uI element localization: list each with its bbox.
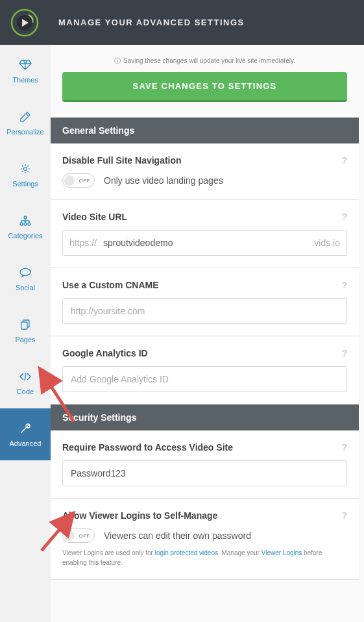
sitemap-icon — [19, 214, 32, 228]
section-header-security: Security Settings — [51, 404, 359, 430]
sidebar-label: Categories — [8, 232, 42, 240]
toggle-self-manage[interactable]: OFF — [62, 529, 95, 543]
svg-point-7 — [20, 269, 30, 276]
section-header-general: General Settings — [51, 118, 359, 143]
sidebar-label: Pages — [15, 336, 35, 343]
field-label: Video Site URL — [62, 212, 127, 222]
chat-icon — [19, 266, 32, 280]
save-button[interactable]: SAVE CHANGES TO SETTINGS — [62, 72, 347, 102]
sidebar: Themes Personalize Settings Categories S… — [0, 45, 51, 622]
svg-point-3 — [24, 216, 27, 219]
url-suffix: .vids.io — [305, 230, 346, 255]
sidebar-item-code[interactable]: Code — [0, 356, 51, 408]
help-icon[interactable]: ? — [341, 442, 347, 453]
content-area[interactable]: Saving these changes will update your li… — [51, 45, 364, 622]
sidebar-item-personalize[interactable]: Personalize — [0, 97, 51, 149]
link-viewer-logins[interactable]: Viewer Logins — [261, 549, 302, 556]
sidebar-label: Personalize — [6, 128, 43, 136]
header-bar: MANAGE YOUR ADVANCED SETTINGS — [0, 0, 364, 45]
help-icon[interactable]: ? — [341, 155, 347, 166]
sidebar-item-advanced[interactable]: Advanced — [0, 408, 51, 460]
sidebar-item-pages[interactable]: Pages — [0, 305, 51, 356]
diamond-icon — [18, 58, 32, 72]
help-icon[interactable]: ? — [341, 348, 347, 358]
video-url-input[interactable] — [103, 230, 305, 255]
page-title: MANAGE YOUR ADVANCED SETTINGS — [58, 18, 245, 27]
sidebar-item-categories[interactable]: Categories — [0, 201, 51, 253]
sidebar-label: Settings — [12, 180, 38, 188]
ga-input[interactable] — [62, 366, 347, 392]
sidebar-item-settings[interactable]: Settings — [0, 149, 51, 201]
sidebar-label: Themes — [12, 76, 38, 84]
gear-icon — [19, 162, 31, 176]
svg-point-2 — [24, 168, 27, 171]
copy-icon — [19, 317, 31, 332]
svg-point-6 — [28, 223, 30, 225]
password-input[interactable] — [62, 460, 347, 486]
svg-point-4 — [20, 223, 23, 225]
sidebar-item-themes[interactable]: Themes — [0, 45, 51, 97]
sidebar-item-social[interactable]: Social — [0, 253, 51, 305]
field-label: Require Password to Access Video Site — [62, 442, 233, 453]
hint-text: Viewer Logins are used only for login pr… — [62, 548, 347, 567]
sidebar-label: Code — [17, 388, 34, 395]
field-label: Use a Custom CNAME — [62, 280, 159, 290]
app-logo — [9, 7, 40, 38]
sidebar-label: Social — [16, 284, 35, 292]
url-prefix: https:// — [63, 230, 103, 255]
toggle-description: Viewers can edit their own password — [104, 530, 251, 541]
help-icon[interactable]: ? — [341, 280, 347, 290]
field-cname: Use a Custom CNAME ? — [51, 268, 359, 336]
field-password: Require Password to Access Video Site ? — [51, 430, 359, 499]
toggle-description: Only use video landing pages — [104, 175, 223, 186]
url-input-group: https:// .vids.io — [62, 230, 347, 256]
toggle-disable-nav[interactable]: OFF — [62, 173, 95, 188]
cname-input[interactable] — [62, 298, 347, 324]
field-disable-navigation: Disable Full Site Navigation ? OFF Only … — [51, 143, 359, 200]
field-label: Disable Full Site Navigation — [62, 155, 182, 166]
sidebar-label: Advanced — [10, 440, 42, 447]
field-google-analytics: Google Analytics ID ? — [51, 336, 359, 404]
link-login-protected[interactable]: login protected videos — [155, 549, 218, 556]
field-self-manage: Allow Viewer Logins to Self-Manage ? OFF… — [51, 499, 359, 580]
field-video-url: Video Site URL ? https:// .vids.io — [51, 200, 359, 268]
tools-icon — [19, 421, 31, 436]
field-label: Allow Viewer Logins to Self-Manage — [62, 510, 217, 521]
info-message: Saving these changes will update your li… — [51, 45, 359, 72]
pencil-icon — [19, 110, 31, 124]
help-icon[interactable]: ? — [341, 212, 347, 222]
help-icon[interactable]: ? — [341, 510, 347, 521]
svg-rect-8 — [21, 322, 27, 329]
svg-point-5 — [24, 223, 27, 225]
code-icon — [19, 369, 32, 384]
field-label: Google Analytics ID — [62, 348, 148, 358]
